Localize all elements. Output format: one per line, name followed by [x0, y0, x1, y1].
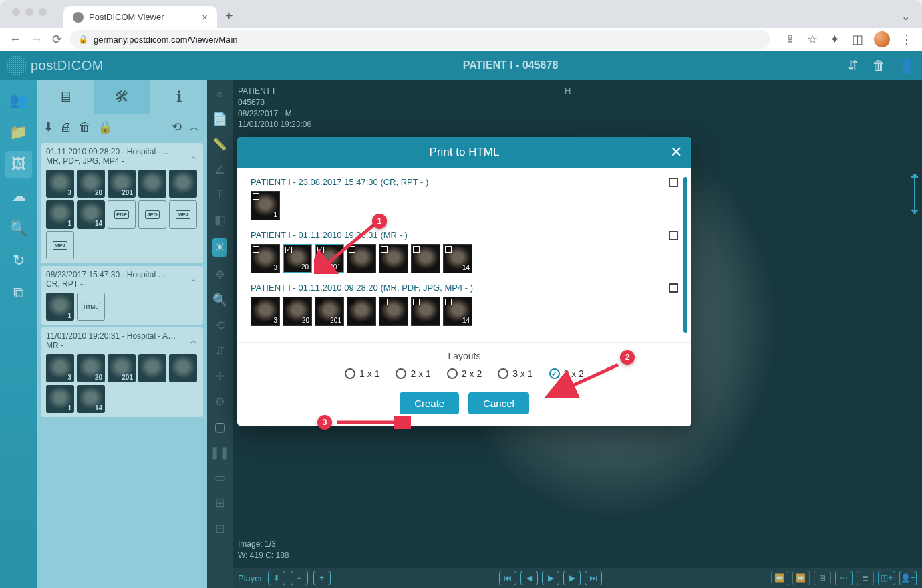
window-close[interactable] — [12, 8, 20, 16]
panel-icon[interactable]: ◫ — [851, 31, 865, 48]
study-checkbox[interactable] — [669, 283, 678, 293]
modal-thumbnail[interactable]: 201 — [315, 297, 344, 326]
favicon — [73, 12, 84, 23]
browser-chrome: PostDICOM Viewer × + ⌄ ← → ⟳ 🔒 germany.p… — [0, 0, 922, 51]
modal-thumbnail[interactable] — [347, 297, 376, 326]
modal-study-header: PATIENT I - 23.08.2017 15:47:30 (CR, RPT… — [251, 177, 678, 187]
url-bar[interactable]: 🔒 germany.postdicom.com/Viewer/Main — [70, 30, 770, 49]
bookmark-icon[interactable]: ☆ — [806, 31, 819, 48]
modal-thumbnail[interactable]: 14 — [443, 297, 472, 326]
lock-icon: 🔒 — [78, 35, 88, 44]
nav-reload-icon[interactable]: ⟳ — [51, 31, 63, 48]
window-minimize[interactable] — [25, 8, 33, 16]
modal-thumbnail[interactable]: 14 — [443, 244, 472, 273]
svg-line-1 — [568, 365, 618, 388]
modal-close-icon[interactable]: ✕ — [670, 144, 682, 161]
callout-1: 1 — [372, 214, 387, 229]
modal-thumbnail[interactable]: 20 — [283, 244, 312, 273]
tab-title: PostDICOM Viewer — [89, 12, 164, 22]
layout-option[interactable]: 2 x 1 — [396, 368, 430, 379]
layout-option[interactable]: 1 x 1 — [345, 368, 379, 379]
callout-2: 2 — [620, 350, 635, 365]
url-text: germany.postdicom.com/Viewer/Main — [94, 35, 238, 45]
svg-line-0 — [324, 222, 377, 266]
callout-3: 3 — [317, 415, 332, 430]
share-icon[interactable]: ⇪ — [784, 31, 796, 48]
modal-thumbnail[interactable] — [379, 297, 408, 326]
browser-tab[interactable]: PostDICOM Viewer × — [63, 6, 217, 28]
modal-thumbnail[interactable] — [411, 244, 440, 273]
extensions-icon[interactable]: ✦ — [828, 31, 841, 48]
menu-icon[interactable]: ⋮ — [899, 31, 914, 48]
study-checkbox[interactable] — [669, 178, 678, 187]
nav-back-icon[interactable]: ← — [8, 31, 23, 48]
modal-study-header: PATIENT I - 01.11.2010 09:28:20 (MR, PDF… — [251, 283, 678, 293]
modal-thumbnail[interactable]: 20 — [283, 297, 312, 326]
modal-title: Print to HTML — [430, 146, 500, 159]
study-checkbox[interactable] — [669, 231, 678, 240]
tab-close-icon[interactable]: × — [202, 11, 208, 23]
modal-thumbnail[interactable]: 1 — [251, 191, 280, 220]
profile-avatar[interactable] — [874, 31, 890, 47]
nav-forward-icon[interactable]: → — [29, 31, 44, 48]
window-maximize[interactable] — [39, 8, 47, 16]
tabs-dropdown-icon[interactable]: ⌄ — [889, 5, 922, 28]
modal-thumbnail[interactable]: 3 — [251, 297, 280, 326]
new-tab-button[interactable]: + — [217, 5, 241, 28]
modal-header: Print to HTML ✕ — [237, 137, 692, 168]
modal-thumbnail[interactable] — [411, 297, 440, 326]
modal-thumbnail[interactable]: 3 — [251, 244, 280, 273]
